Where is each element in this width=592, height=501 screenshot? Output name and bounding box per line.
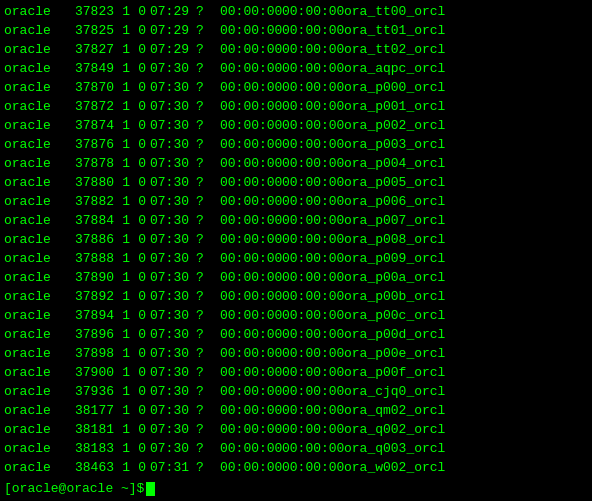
col-c1: 1 [118,420,134,439]
col-time: 07:30 [150,306,196,325]
table-row: oracle378491007:30?00:00:0000:00:00ora_a… [4,59,588,78]
col-cmd: ora_tt02_orcl [344,40,445,59]
col-c1: 1 [118,78,134,97]
col-time: 07:30 [150,344,196,363]
col-pid: 37886 [66,230,118,249]
col-user: oracle [4,306,66,325]
col-c2: 0 [134,40,150,59]
col-time: 07:30 [150,135,196,154]
col-cmd: ora_p00f_orcl [344,363,445,382]
col-sp2: 00:00:00 [282,268,344,287]
col-q: ? [196,344,220,363]
col-sp2: 00:00:00 [282,325,344,344]
col-pid: 38183 [66,439,118,458]
col-user: oracle [4,154,66,173]
col-c2: 0 [134,382,150,401]
col-sp1: 00:00:00 [220,173,282,192]
col-sp1: 00:00:00 [220,249,282,268]
col-cmd: ora_p00d_orcl [344,325,445,344]
col-sp1: 00:00:00 [220,21,282,40]
col-q: ? [196,211,220,230]
col-cmd: ora_p00c_orcl [344,306,445,325]
col-c1: 1 [118,21,134,40]
col-sp1: 00:00:00 [220,230,282,249]
col-pid: 37876 [66,135,118,154]
col-q: ? [196,154,220,173]
col-q: ? [196,420,220,439]
cursor [146,482,155,496]
table-row: oracle379361007:30?00:00:0000:00:00ora_c… [4,382,588,401]
col-cmd: ora_tt01_orcl [344,21,445,40]
col-q: ? [196,21,220,40]
col-c1: 1 [118,287,134,306]
col-c2: 0 [134,59,150,78]
col-sp1: 00:00:00 [220,192,282,211]
col-cmd: ora_aqpc_orcl [344,59,445,78]
col-q: ? [196,306,220,325]
table-row: oracle378901007:30?00:00:0000:00:00ora_p… [4,268,588,287]
col-cmd: ora_p003_orcl [344,135,445,154]
table-row: oracle378961007:30?00:00:0000:00:00ora_p… [4,325,588,344]
col-time: 07:30 [150,420,196,439]
col-time: 07:30 [150,439,196,458]
col-sp2: 00:00:00 [282,401,344,420]
col-sp1: 00:00:00 [220,154,282,173]
col-user: oracle [4,173,66,192]
col-sp2: 00:00:00 [282,458,344,477]
col-c1: 1 [118,382,134,401]
col-c2: 0 [134,325,150,344]
col-q: ? [196,287,220,306]
col-sp2: 00:00:00 [282,249,344,268]
col-c1: 1 [118,344,134,363]
col-c2: 0 [134,173,150,192]
col-time: 07:30 [150,59,196,78]
col-q: ? [196,325,220,344]
col-q: ? [196,401,220,420]
col-sp2: 00:00:00 [282,40,344,59]
col-sp1: 00:00:00 [220,420,282,439]
col-sp2: 00:00:00 [282,2,344,21]
col-cmd: ora_p007_orcl [344,211,445,230]
col-sp1: 00:00:00 [220,401,282,420]
col-time: 07:30 [150,382,196,401]
col-time: 07:30 [150,268,196,287]
col-q: ? [196,192,220,211]
table-row: oracle378841007:30?00:00:0000:00:00ora_p… [4,211,588,230]
col-user: oracle [4,97,66,116]
table-row: oracle378921007:30?00:00:0000:00:00ora_p… [4,287,588,306]
col-pid: 37894 [66,306,118,325]
col-time: 07:30 [150,78,196,97]
col-c1: 1 [118,173,134,192]
col-user: oracle [4,40,66,59]
col-sp1: 00:00:00 [220,116,282,135]
col-pid: 37825 [66,21,118,40]
col-pid: 37870 [66,78,118,97]
col-user: oracle [4,325,66,344]
col-sp1: 00:00:00 [220,135,282,154]
col-time: 07:30 [150,192,196,211]
col-cmd: ora_q002_orcl [344,420,445,439]
col-sp2: 00:00:00 [282,21,344,40]
col-cmd: ora_p004_orcl [344,154,445,173]
col-pid: 37823 [66,2,118,21]
col-c1: 1 [118,363,134,382]
col-q: ? [196,40,220,59]
prompt-line: [oracle@oracle ~]$ [4,479,588,498]
col-q: ? [196,135,220,154]
col-pid: 37878 [66,154,118,173]
col-c1: 1 [118,268,134,287]
col-sp2: 00:00:00 [282,306,344,325]
col-cmd: ora_p005_orcl [344,173,445,192]
col-q: ? [196,116,220,135]
col-user: oracle [4,458,66,477]
col-user: oracle [4,135,66,154]
col-time: 07:30 [150,116,196,135]
col-sp1: 00:00:00 [220,306,282,325]
col-sp2: 00:00:00 [282,363,344,382]
col-user: oracle [4,78,66,97]
col-sp2: 00:00:00 [282,192,344,211]
col-c1: 1 [118,211,134,230]
table-row: oracle378941007:30?00:00:0000:00:00ora_p… [4,306,588,325]
col-sp1: 00:00:00 [220,325,282,344]
col-sp2: 00:00:00 [282,420,344,439]
